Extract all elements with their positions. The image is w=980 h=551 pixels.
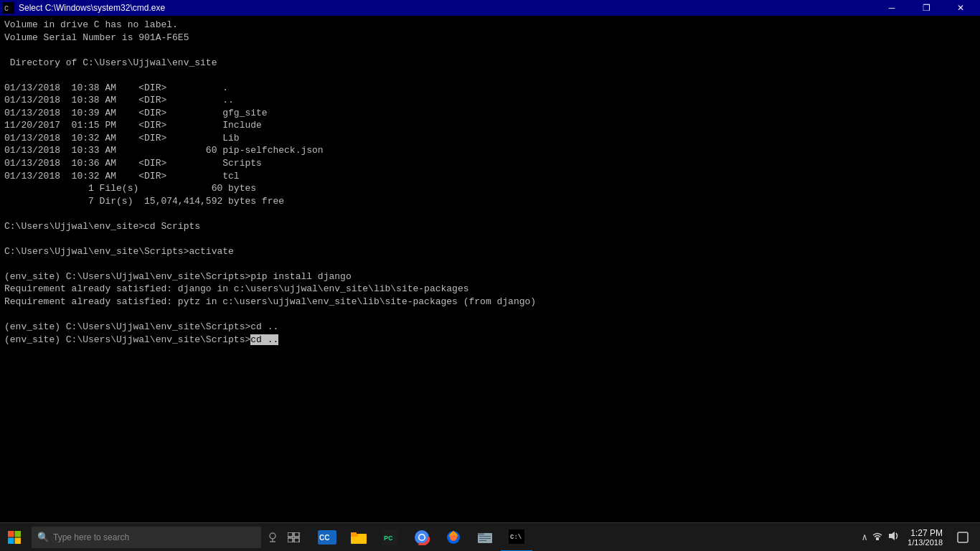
taskbar-icon-file-manager[interactable] xyxy=(469,523,501,552)
svg-rect-17 xyxy=(351,532,357,535)
svg-text:CC: CC xyxy=(319,534,329,542)
svg-rect-29 xyxy=(479,538,491,539)
svg-rect-35 xyxy=(958,532,968,542)
taskbar-icon-firefox[interactable] xyxy=(438,523,469,552)
tray-icons: ∧ xyxy=(862,531,899,544)
svg-rect-27 xyxy=(478,533,484,535)
taskbar-icon-pycharm[interactable]: PC xyxy=(374,523,406,552)
svg-rect-5 xyxy=(15,537,22,544)
svg-rect-4 xyxy=(8,537,14,544)
svg-point-23 xyxy=(420,534,425,540)
system-tray: ∧ 1:27 PM 1/13/2018 xyxy=(856,523,980,552)
title-bar: C Select C:\Windows\system32\cmd.exe ─ ❐… xyxy=(0,0,980,16)
taskbar-icon-subtitlecc[interactable]: CC xyxy=(311,523,343,552)
taskbar-icon-chrome[interactable] xyxy=(406,523,438,552)
svg-rect-30 xyxy=(479,540,486,541)
volume-icon[interactable] xyxy=(887,531,899,544)
tray-expand-icon[interactable]: ∧ xyxy=(862,532,867,543)
search-bar[interactable]: 🔍 Type here to search xyxy=(32,527,261,548)
svg-text:C: C xyxy=(4,5,9,13)
title-left: C Select C:\Windows\system32\cmd.exe xyxy=(3,2,165,14)
clock-time: 1:27 PM xyxy=(910,528,943,538)
search-placeholder-text: Type here to search xyxy=(53,532,129,542)
close-button[interactable]: ✕ xyxy=(944,0,977,16)
search-icon: 🔍 xyxy=(37,532,49,543)
svg-rect-12 xyxy=(294,538,299,542)
cmd-icon: C xyxy=(3,2,14,14)
svg-rect-28 xyxy=(479,536,491,537)
maximize-button[interactable]: ❐ xyxy=(910,0,943,16)
taskbar-icon-file-explorer[interactable] xyxy=(343,523,374,552)
title-text: Select C:\Windows\system32\cmd.exe xyxy=(19,3,165,13)
taskbar-icon-cmd[interactable]: C:\ xyxy=(501,523,532,552)
svg-point-6 xyxy=(270,533,275,539)
start-button[interactable] xyxy=(0,523,29,552)
network-icon[interactable] xyxy=(872,531,883,544)
svg-rect-9 xyxy=(288,532,293,537)
notification-button[interactable] xyxy=(951,523,974,552)
taskbar: 🔍 Type here to search CC xyxy=(0,522,980,551)
taskbar-icons: CC PC xyxy=(311,523,856,552)
svg-rect-10 xyxy=(294,532,299,537)
svg-rect-11 xyxy=(288,538,293,542)
clock-date: 1/13/2018 xyxy=(908,538,943,547)
title-buttons: ─ ❐ ✕ xyxy=(875,0,977,16)
svg-rect-33 xyxy=(876,537,879,540)
svg-rect-3 xyxy=(15,531,22,537)
task-view-button[interactable] xyxy=(281,523,307,552)
svg-rect-2 xyxy=(8,531,14,537)
terminal-window[interactable]: Volume in drive C has no label. Volume S… xyxy=(0,16,980,522)
minimize-button[interactable]: ─ xyxy=(875,0,908,16)
svg-marker-34 xyxy=(889,532,895,540)
svg-text:PC: PC xyxy=(384,534,393,542)
svg-text:C:\: C:\ xyxy=(510,534,522,541)
clock[interactable]: 1:27 PM 1/13/2018 xyxy=(902,528,948,547)
cortana-microphone-icon[interactable] xyxy=(264,529,281,546)
